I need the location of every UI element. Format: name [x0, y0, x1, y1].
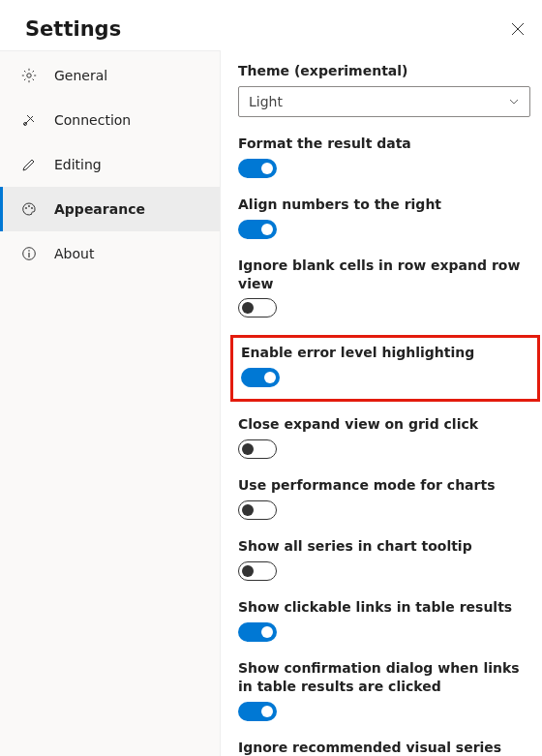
svg-point-6	[28, 250, 30, 252]
sidebar-item-editing[interactable]: Editing	[0, 142, 220, 187]
page-title: Settings	[25, 17, 121, 41]
highlight-annotation: Enable error level highlighting	[230, 335, 540, 402]
setting-confirm-links: Show confirmation dialog when links in t…	[238, 659, 532, 721]
setting-ignore-blank: Ignore blank cells in row expand row vie…	[238, 257, 532, 318]
setting-label: Format the result data	[238, 135, 532, 153]
sidebar-item-label: Editing	[54, 157, 102, 172]
pencil-icon	[21, 157, 37, 172]
setting-theme: Theme (experimental) Light	[238, 62, 532, 117]
setting-label: Show all series in chart tooltip	[238, 537, 532, 556]
setting-label: Enable error level highlighting	[241, 344, 529, 362]
sidebar-item-label: Appearance	[54, 201, 145, 217]
sidebar-item-label: General	[54, 68, 107, 83]
sidebar-item-label: About	[54, 246, 94, 261]
setting-format-result: Format the result data	[238, 135, 532, 178]
perf-mode-toggle[interactable]	[238, 500, 277, 520]
settings-sidebar: General Connection Editing Appearance Ab	[0, 50, 221, 756]
setting-align-numbers: Align numbers to the right	[238, 196, 532, 239]
ignore-blank-toggle[interactable]	[238, 298, 277, 318]
svg-point-3	[28, 205, 30, 207]
setting-label: Theme (experimental)	[238, 62, 532, 80]
sidebar-item-appearance[interactable]: Appearance	[0, 187, 220, 231]
connection-icon	[21, 112, 37, 128]
close-icon	[511, 22, 525, 36]
setting-error-highlight: Enable error level highlighting	[241, 344, 529, 387]
confirm-links-toggle[interactable]	[238, 702, 277, 721]
sidebar-item-connection[interactable]: Connection	[0, 98, 220, 142]
format-result-toggle[interactable]	[238, 159, 277, 178]
setting-label: Show clickable links in table results	[238, 598, 532, 617]
setting-ignore-recommended: Ignore recommended visual series and poi…	[238, 739, 532, 756]
svg-rect-7	[28, 253, 29, 257]
close-expand-toggle[interactable]	[238, 439, 277, 459]
setting-label: Use performance mode for charts	[238, 476, 532, 495]
sidebar-item-label: Connection	[54, 112, 131, 128]
show-all-series-toggle[interactable]	[238, 561, 277, 581]
setting-label: Align numbers to the right	[238, 196, 532, 214]
settings-header: Settings	[0, 0, 542, 50]
sidebar-item-about[interactable]: About	[0, 231, 220, 276]
svg-point-0	[27, 74, 31, 77]
theme-select[interactable]: Light	[238, 86, 530, 117]
setting-label: Show confirmation dialog when links in t…	[238, 659, 532, 696]
setting-label: Ignore recommended visual series and poi…	[238, 739, 532, 756]
error-highlight-toggle[interactable]	[241, 368, 280, 387]
setting-label: Close expand view on grid click	[238, 415, 532, 434]
setting-show-all-series: Show all series in chart tooltip	[238, 537, 532, 581]
info-icon	[21, 246, 37, 261]
align-numbers-toggle[interactable]	[238, 220, 277, 239]
setting-label: Ignore blank cells in row expand row vie…	[238, 257, 532, 293]
sidebar-item-general[interactable]: General	[0, 53, 220, 98]
settings-main: Theme (experimental) Light Format the re…	[221, 50, 542, 756]
svg-point-4	[31, 207, 33, 209]
svg-point-2	[25, 207, 27, 209]
select-value: Light	[249, 94, 283, 109]
chevron-down-icon	[508, 96, 520, 107]
setting-show-links: Show clickable links in table results	[238, 598, 532, 642]
palette-icon	[21, 201, 37, 217]
setting-close-expand: Close expand view on grid click	[238, 415, 532, 459]
setting-perf-mode: Use performance mode for charts	[238, 476, 532, 520]
close-button[interactable]	[507, 18, 528, 40]
show-links-toggle[interactable]	[238, 622, 277, 642]
gear-icon	[21, 68, 37, 83]
